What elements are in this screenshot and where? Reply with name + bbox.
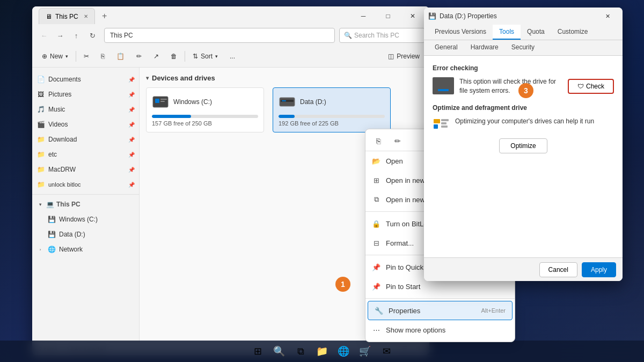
network-icon: 🌐: [47, 245, 56, 254]
tab-security[interactable]: Security: [505, 40, 541, 55]
videos-icon: 🎬: [36, 120, 45, 129]
back-button[interactable]: ←: [36, 28, 52, 43]
dialog-close-button[interactable]: ✕: [597, 8, 618, 25]
sidebar-item-label-music: Music: [48, 106, 65, 113]
more-button[interactable]: ...: [224, 48, 240, 65]
expand-network-icon[interactable]: ›: [36, 246, 44, 253]
sidebar-item-network[interactable]: › 🌐 Network: [32, 242, 139, 257]
sidebar-label-network: Network: [59, 246, 83, 253]
new-chevron-icon: ▾: [65, 54, 68, 59]
maximize-button[interactable]: □: [376, 6, 400, 26]
error-section-title: Error checking: [433, 64, 614, 72]
sidebar-section-thispc[interactable]: ▾ 💻 This PC: [32, 197, 139, 212]
expand-thispc-icon[interactable]: ▾: [36, 201, 44, 208]
sidebar-item-documents[interactable]: 📄 Documents 📌: [32, 72, 139, 87]
taskbar-taskview-button[interactable]: ⧉: [291, 342, 310, 361]
drive-card-windows-c[interactable]: Windows (C:) 157 GB free of 250 GB: [146, 87, 264, 132]
tab-customize[interactable]: Customize: [551, 25, 595, 40]
search-bar[interactable]: 🔍 Search This PC: [339, 28, 425, 43]
tab-quota[interactable]: Quota: [521, 25, 551, 40]
thispc-label: This PC: [56, 201, 80, 208]
new-tab-button[interactable]: +: [97, 9, 112, 24]
copy-button[interactable]: ⎘: [96, 48, 110, 65]
drive-icon-d: [279, 93, 296, 110]
sidebar-item-pictures[interactable]: 🖼 Pictures 📌: [32, 87, 139, 102]
preview-button[interactable]: ◫ Preview: [383, 48, 425, 65]
ctx-properties[interactable]: 🔧 Properties Alt+Enter: [368, 301, 513, 320]
pin-icon: 📌: [128, 77, 135, 83]
drive-header-d: Data (D:): [279, 93, 385, 110]
sidebar-item-etc[interactable]: 📁 etc 📌: [32, 147, 139, 162]
taskbar: ⊞ 🔍 ⧉ 📁 🌐 🛒 ✉: [0, 341, 644, 362]
sidebar-item-music[interactable]: 🎵 Music 📌: [32, 102, 139, 117]
drive-name-d: Data (D:): [300, 98, 326, 106]
window-controls: ─ □ ✕: [351, 6, 425, 26]
sidebar-item-unlock[interactable]: 📁 unlock bitloc 📌: [32, 177, 139, 192]
sidebar-item-data-d[interactable]: 💾 Data (D:): [32, 227, 139, 242]
ctx-newwindow-icon: ⧉: [372, 195, 380, 204]
ctx-pin-start-label: Pin to Start: [386, 283, 420, 291]
optimize-label: Optimize: [510, 142, 536, 150]
pin-icon-8: 📌: [128, 182, 135, 188]
navigation-bar: ← → ↑ ↻ This PC 🔍 Search This PC: [32, 26, 429, 45]
close-button[interactable]: ✕: [400, 6, 425, 26]
new-label: New: [50, 53, 63, 60]
step-badge-1: 1: [335, 277, 350, 292]
sidebar-item-download[interactable]: 📁 Download 📌: [32, 132, 139, 147]
dialog-title: Data (D:) Properties: [440, 12, 597, 20]
new-button[interactable]: ⊕ New ▾: [36, 48, 74, 65]
taskbar-search-button[interactable]: 🔍: [269, 342, 289, 361]
tab-general[interactable]: General: [428, 40, 464, 55]
error-check-text: This option will check the drive for fil…: [459, 77, 562, 95]
up-button[interactable]: ↑: [69, 28, 84, 43]
sort-button[interactable]: ⇅ Sort ▾: [187, 48, 223, 65]
taskbar-start-button[interactable]: ⊞: [248, 342, 267, 361]
pictures-icon: 🖼: [36, 90, 45, 99]
refresh-button[interactable]: ↻: [85, 28, 100, 43]
minimize-button[interactable]: ─: [351, 6, 376, 26]
svg-rect-9: [441, 119, 449, 121]
sidebar-item-videos[interactable]: 🎬 Videos 📌: [32, 117, 139, 132]
ctx-properties-label: Properties: [389, 307, 420, 315]
dialog-footer: Cancel Apply: [424, 257, 623, 281]
taskbar-mail-button[interactable]: ✉: [377, 342, 396, 361]
explorer-tab[interactable]: 🖥 This PC ✕: [39, 8, 95, 24]
optimize-button[interactable]: Optimize: [499, 138, 547, 153]
svg-rect-11: [441, 125, 448, 128]
dialog-title-icon: 💾: [428, 12, 436, 20]
ctx-copy-btn[interactable]: ⎘: [370, 134, 387, 149]
ctx-rename-btn[interactable]: ✏: [389, 134, 406, 149]
tab-bar: 🖥 This PC ✕ +: [36, 7, 351, 25]
macdrw-folder-icon: 📁: [36, 165, 45, 174]
drive-header-c: Windows (C:): [152, 93, 258, 110]
tab-hardware[interactable]: Hardware: [464, 40, 505, 55]
apply-button[interactable]: Apply: [582, 262, 616, 277]
dialog-titlebar: 💾 Data (D:) Properties ✕: [424, 8, 623, 25]
taskbar-store-button[interactable]: 🛒: [355, 342, 375, 361]
rename-button[interactable]: ✏: [131, 48, 147, 65]
step-badge-3: 3: [518, 83, 533, 98]
forward-button[interactable]: →: [53, 28, 68, 43]
sidebar-item-windows-c[interactable]: 💾 Windows (C:): [32, 212, 139, 227]
pin-icon-4: 📌: [128, 122, 135, 128]
tab-previous-versions[interactable]: Previous Versions: [428, 25, 493, 40]
paste-button[interactable]: 📋: [111, 48, 130, 65]
sidebar-label-data-d: Data (D:): [59, 231, 85, 238]
address-bar[interactable]: This PC: [104, 28, 335, 43]
delete-button[interactable]: 🗑: [165, 48, 182, 65]
taskbar-explorer-button[interactable]: 📁: [312, 342, 332, 361]
cut-button[interactable]: ✂: [78, 48, 94, 65]
badge-3-label: 3: [524, 86, 528, 95]
sidebar-item-label-macdrw: MacDRW: [48, 166, 76, 173]
check-button[interactable]: 🛡 Check: [568, 79, 614, 94]
taskbar-edge-button[interactable]: 🌐: [334, 342, 353, 361]
ctx-more-options[interactable]: ⋯ Show more options: [365, 320, 515, 339]
share-button[interactable]: ↗: [148, 48, 164, 65]
tab-close-icon[interactable]: ✕: [84, 13, 88, 19]
tab-tools[interactable]: Tools: [493, 25, 521, 40]
sidebar-item-label-unlock: unlock bitloc: [48, 181, 81, 188]
drive-info-c: 157 GB free of 250 GB: [152, 120, 258, 127]
cancel-button[interactable]: Cancel: [539, 262, 577, 277]
drive-card-data-d[interactable]: Data (D:) 192 GB free of 225 GB: [273, 87, 391, 132]
sidebar-item-macdrw[interactable]: 📁 MacDRW 📌: [32, 162, 139, 177]
